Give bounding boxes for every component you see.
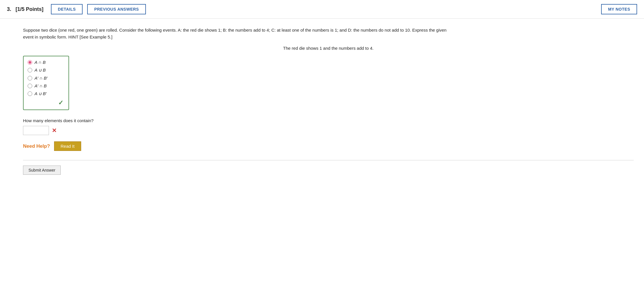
- header-row: 3. [1/5 Points] DETAILS PREVIOUS ANSWERS…: [0, 0, 644, 19]
- points-label: [1/5 Points]: [16, 6, 43, 12]
- question-label: 3. [1/5 Points]: [7, 6, 43, 12]
- radio-input-3[interactable]: [28, 76, 32, 80]
- option-label-5: A ∪ B′: [35, 91, 47, 96]
- radio-input-1[interactable]: [28, 60, 32, 65]
- radio-option-1[interactable]: A ∩ B: [28, 60, 63, 65]
- option-label-3: A′ ∩ B′: [35, 76, 47, 80]
- option-label-1: A ∩ B: [35, 60, 46, 65]
- option-label-2: A ∪ B: [35, 68, 46, 73]
- radio-input-5[interactable]: [28, 91, 32, 96]
- elements-input-row: ✕: [23, 126, 634, 135]
- radio-option-4[interactable]: A′ ∩ B: [28, 83, 63, 88]
- answer-box: A ∩ B A ∪ B A′ ∩ B′ A′ ∩ B A ∪ B′: [23, 56, 69, 110]
- checkmark-row: ✓: [28, 99, 63, 107]
- details-button[interactable]: DETAILS: [51, 4, 83, 14]
- correct-checkmark: ✓: [58, 99, 63, 107]
- previous-answers-button[interactable]: PREVIOUS ANSWERS: [87, 4, 146, 14]
- radio-input-4[interactable]: [28, 84, 32, 88]
- submit-row: Submit Answer: [23, 160, 634, 175]
- radio-option-2[interactable]: A ∪ B: [28, 68, 63, 73]
- problem-text: Suppose two dice (one red, one green) ar…: [23, 27, 455, 41]
- elements-label: How many elements does it contain?: [23, 118, 634, 123]
- need-help-row: Need Help? Read It: [23, 141, 634, 151]
- incorrect-mark: ✕: [52, 127, 57, 134]
- read-it-button[interactable]: Read It: [54, 141, 81, 151]
- my-notes-button[interactable]: MY NOTES: [601, 4, 637, 14]
- page-container: 3. [1/5 Points] DETAILS PREVIOUS ANSWERS…: [0, 0, 644, 290]
- elements-section: How many elements does it contain? ✕: [23, 118, 634, 135]
- option-label-4: A′ ∩ B: [35, 83, 47, 88]
- radio-option-3[interactable]: A′ ∩ B′: [28, 76, 63, 80]
- need-help-label: Need Help?: [23, 143, 50, 149]
- elements-input[interactable]: [23, 126, 49, 135]
- radio-input-2[interactable]: [28, 68, 32, 72]
- content-area: Suppose two dice (one red, one green) ar…: [0, 19, 644, 185]
- question-number: 3.: [7, 6, 11, 12]
- sub-question: The red die shows 1 and the numbers add …: [23, 46, 634, 51]
- radio-option-5[interactable]: A ∪ B′: [28, 91, 63, 96]
- submit-answer-button[interactable]: Submit Answer: [23, 166, 61, 175]
